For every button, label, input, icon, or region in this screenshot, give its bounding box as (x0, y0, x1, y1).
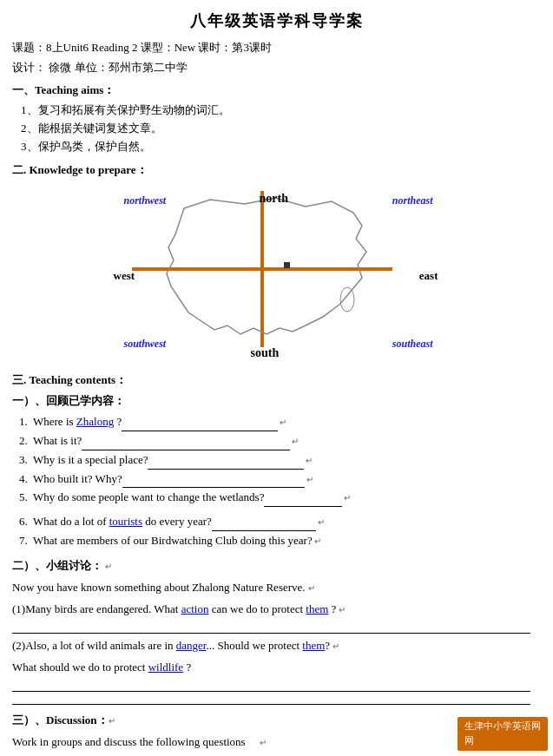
answer-line-3 (12, 693, 530, 705)
sub2-q1: (1)Many birds are endangered. What actio… (12, 600, 541, 619)
sub2-q2b: What should we do to protect wildlife ? (12, 658, 541, 677)
map-northwest-label: northwest (124, 193, 167, 209)
map-east-label: east (419, 267, 438, 286)
question-4: 4. Who built it? Why? ↵ (19, 470, 541, 489)
aim-item-3: 3、保护鸟类，保护自然。 (21, 138, 541, 156)
map-north-label: north (260, 189, 288, 208)
sub2-header: 二）、小组讨论： ↵ (12, 556, 541, 575)
watermark: 生津中小学英语网 网 (458, 717, 548, 751)
china-map-svg (128, 191, 397, 347)
watermark-text2: 网 (464, 733, 541, 749)
watermark-text: 生津中小学英语网 (464, 719, 541, 734)
map-west-label: west (114, 267, 135, 286)
sub1-header: 一）、回顾已学内容： (12, 391, 541, 411)
answer-line-2 (12, 680, 530, 692)
map-south-label: south (251, 344, 280, 363)
answer-line-1 (12, 621, 530, 634)
section3-header: 三. Teaching contents： (12, 371, 541, 390)
svg-point-2 (340, 287, 354, 312)
aim-item-1: 1、复习和拓展有关保护野生动物的词汇。 (21, 102, 541, 120)
sub2-intro: Now you have known something about Zhalo… (12, 578, 541, 597)
tourists-link: tourists (109, 515, 142, 528)
question-6: 6. What do a lot of tourists do every ye… (19, 513, 541, 531)
zhalong-link: Zhalong (76, 415, 114, 428)
section2-header: 二. Knowledge to prepare： (12, 161, 541, 180)
question-5: 5. Why do some people want to change the… (19, 489, 541, 507)
meta-designer: 设计： 徐微 单位：邳州市第二中学 (12, 59, 541, 77)
svg-rect-3 (284, 262, 290, 268)
question-7: 7. What are members of our Birdwatching … (19, 532, 541, 550)
meta-course: 课题：8上Unit6 Reading 2 课型：New 课时：第3课时 (12, 39, 541, 57)
aim-item-2: 2、能根据关键词复述文章。 (21, 120, 541, 138)
question-3: 3. Why is it a special place? ↵ (19, 451, 541, 470)
map-northeast-label: northeast (392, 193, 433, 209)
map-container: north south east west northeast northwes… (112, 182, 442, 365)
page-title: 八年级英语学科导学案 (12, 9, 541, 34)
sub2-q2: (2)Also, a lot of wild animals are in da… (12, 636, 541, 655)
aims-list: 1、复习和拓展有关保护野生动物的词汇。 2、能根据关键词复述文章。 3、保护鸟类… (21, 102, 541, 155)
question-2: 2. What is it? ↵ (19, 432, 541, 450)
question-1: 1. Where is Zhalong ? ↵ (19, 413, 541, 431)
map-southeast-label: southeast (392, 336, 433, 352)
section1-header: 一、Teaching aims： (12, 82, 541, 100)
questions-list: 1. Where is Zhalong ? ↵ 2. What is it? ↵… (19, 413, 541, 550)
map-southwest-label: southwest (124, 336, 167, 352)
